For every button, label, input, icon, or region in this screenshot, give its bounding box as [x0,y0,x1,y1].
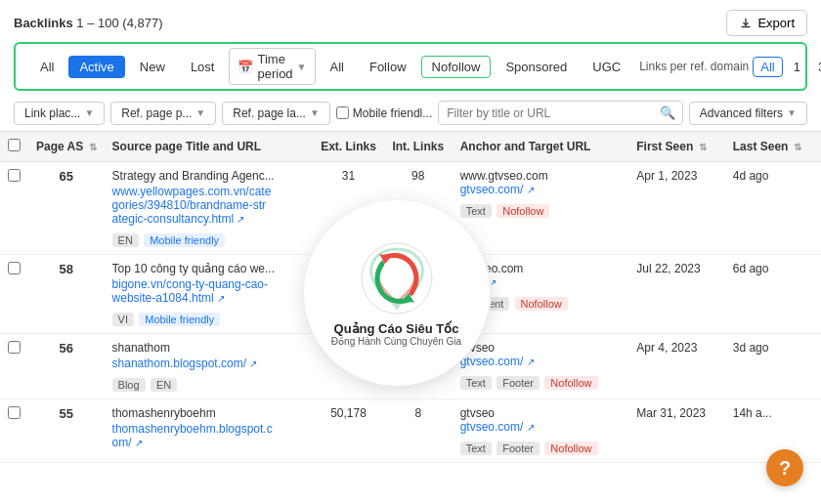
anchor-cell: www.gtvseo.com gtvseo.com/ ↗ Text Nofoll… [453,162,629,255]
first-seen-value: Mar 31, 2023 [636,406,706,420]
last-seen-header[interactable]: Last Seen ⇅ [725,132,821,162]
anchor-header: Anchor and Target URL [453,132,629,162]
source-cell: shanathom shanathom.blogspot.com/ ↗ Blog… [105,334,314,399]
tab-sponsored[interactable]: Sponsored [495,56,578,78]
lang-tag: VI [112,313,134,326]
lang-tag: EN [112,233,139,247]
logo-text-main: Quảng Cáo Siêu Tốc [334,321,459,336]
page-url-link[interactable]: bigone.vn/cong-ty-quang-cao-website-a108… [112,277,306,305]
row-checkbox[interactable] [8,406,21,419]
help-button[interactable]: ? [766,449,803,486]
anchor-cell: gtvseo gtvseo.com/ ↗ Text Footer Nofollo… [453,399,629,463]
links-per-domain-label: Links per ref. domain [639,60,749,73]
links-num-all[interactable]: All [753,57,782,77]
row-checkbox[interactable] [8,169,21,182]
first-seen-value: Apr 1, 2023 [636,169,697,183]
lang-tag: EN [151,378,177,392]
sort-icon: ⇅ [794,142,801,152]
tab-nofollow[interactable]: Nofollow [421,56,492,78]
tab-ugc[interactable]: UGC [582,56,631,78]
page-as-header[interactable]: Page AS ⇅ [28,132,105,162]
first-seen-header[interactable]: First Seen ⇅ [628,132,724,162]
anchor-domain: gtvseo [460,341,622,355]
footer-tag: Footer [497,441,540,455]
logo-text-sub: Đồng Hành Cùng Chuyên Gia [331,336,461,347]
links-num-3[interactable]: 3 [811,58,821,76]
mobile-friendly-input[interactable] [336,106,349,119]
calendar-icon: 📅 [238,60,253,74]
mobile-friendly-checkbox[interactable]: Mobile friendl... [336,106,432,120]
source-cell: Top 10 công ty quảng cáo we... bigone.vn… [105,255,314,334]
time-period-button[interactable]: 📅 Time period ▼ [229,48,315,85]
last-seen-value: 4d ago [733,169,769,183]
anchor-cell: gtvseo gtvseo.com/ ↗ Text Footer Nofollo… [453,334,629,399]
last-seen-value: 6d ago [733,262,769,275]
links-num-1[interactable]: 1 [787,58,807,76]
logo-circle: Quảng Cáo Siêu Tốc Đồng Hành Cùng Chuyên… [304,200,490,386]
ref-page-power-dropdown[interactable]: Ref. page p... ▼ [110,102,216,125]
first-seen-value: Jul 22, 2023 [636,262,700,275]
sort-icon: ⇅ [89,142,97,152]
nofollow-tag: Nofollow [497,204,549,218]
page-url-link[interactable]: www.yellowpages.com.vn/categories/394810… [112,185,306,226]
ext-links-header: Ext. Links [313,132,384,162]
select-all-header [0,132,28,162]
page-as-value: 55 [60,406,73,421]
select-all-checkbox[interactable] [8,139,21,151]
chevron-down-icon: ▼ [195,107,205,118]
tab-all[interactable]: All [29,56,65,78]
ext-links-value: 31 [342,169,355,183]
row-checkbox[interactable] [8,341,21,354]
first-seen-value: Apr 4, 2023 [636,341,697,355]
blog-tag: Blog [112,378,146,392]
tab-follow[interactable]: Follow [359,56,417,78]
chevron-down-icon: ▼ [310,107,320,118]
source-cell: Strategy and Branding Agenc... www.yello… [105,162,314,255]
mobile-tag: Mobile friendly [139,313,220,326]
chevron-down-icon: ▼ [787,107,797,118]
tab-new[interactable]: New [129,56,176,78]
source-header: Source page Title and URL [105,132,314,162]
nofollow-tag: Nofollow [544,441,597,455]
int-links-header: Int. Links [384,132,453,162]
search-icon[interactable]: 🔍 [653,102,682,124]
tab-active[interactable]: Active [68,56,124,78]
external-link-icon: ↗ [527,357,535,367]
external-link-icon: ↗ [217,293,225,304]
logo-tooltip: Quảng Cáo Siêu Tốc Đồng Hành Cùng Chuyên… [301,200,492,386]
anchor-domain: gtvseo [460,406,622,420]
type-tag: Text [460,376,492,390]
tab-lost[interactable]: Lost [180,56,226,78]
external-link-icon: ↗ [527,185,535,195]
filter-row-1: All Active New Lost 📅 Time period ▼ All … [14,42,807,91]
page-as-value: 56 [60,341,73,356]
ref-page-lang-dropdown[interactable]: Ref. page la... ▼ [222,102,330,125]
export-button[interactable]: Export [726,10,807,36]
page-title-text: Top 10 công ty quảng cáo we... [112,262,306,275]
link-placement-dropdown[interactable]: Link plac... ▼ [14,102,105,125]
anchor-link[interactable]: gtvseo.com/ ↗ [460,420,535,434]
last-seen-value: 3d ago [733,341,769,355]
anchor-link[interactable]: gtvseo.com/ ↗ [460,355,535,368]
search-box[interactable]: 🔍 [438,101,682,125]
table-row: 55 thomashenryboehm thomashenryboehm.blo… [0,399,821,463]
int-links-value: 98 [411,169,424,183]
logo-svg [358,239,436,317]
filter-row-2: Link plac... ▼ Ref. page p... ▼ Ref. pag… [0,97,821,131]
external-link-icon: ↗ [135,438,143,448]
search-input[interactable] [439,103,652,124]
page-header: Backlinks 1 – 100 (4,877) Export [0,0,821,42]
source-cell: thomashenryboehm thomashenryboehm.blogsp… [105,399,314,463]
page-title-text: thomashenryboehm [112,406,306,420]
page-url-link[interactable]: thomashenryboehm.blogspot.com/ ↗ [112,422,306,449]
tab-all2[interactable]: All [320,56,355,78]
advanced-filters-button[interactable]: Advanced filters ▼ [689,102,807,125]
page-url-link[interactable]: shanathom.blogspot.com/ ↗ [112,357,306,370]
chevron-down-icon: ▼ [84,107,94,118]
row-checkbox[interactable] [8,262,21,274]
external-link-icon: ↗ [249,358,257,369]
last-seen-value: 14h a... [733,406,772,420]
nofollow-tag: Nofollow [515,297,568,311]
page-title-text: Strategy and Branding Agenc... [112,169,306,183]
anchor-link[interactable]: gtvseo.com/ ↗ [460,183,535,196]
